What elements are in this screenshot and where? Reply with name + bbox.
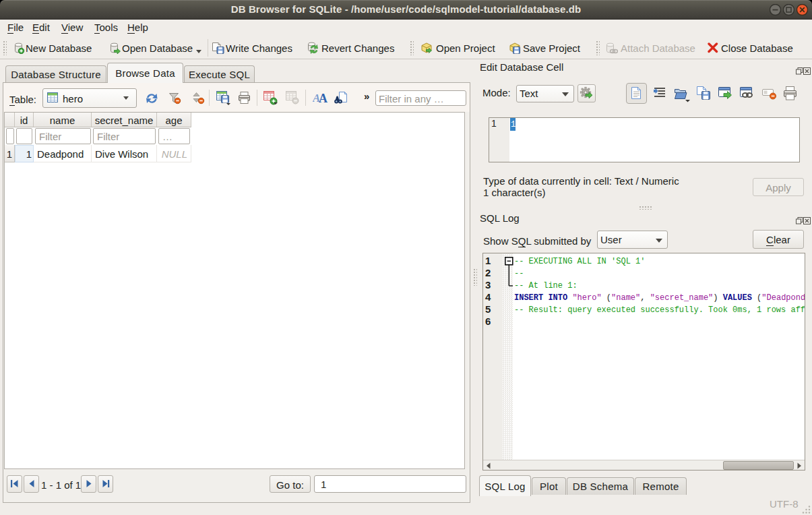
svg-text:A: A [319, 92, 327, 104]
